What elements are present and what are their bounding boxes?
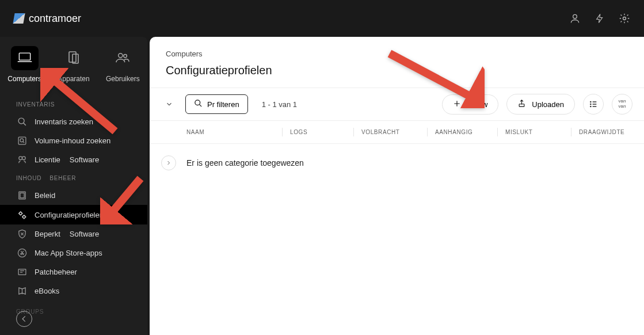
- svg-rect-2: [19, 53, 30, 60]
- result-range: 1 - 1 van 1: [262, 100, 297, 109]
- empty-category-text: Er is geen categorie toegewezen: [186, 158, 304, 168]
- svg-point-7: [18, 118, 24, 124]
- main: Computers Configuratieprofielen Pr filte…: [150, 37, 644, 335]
- gears-icon: [16, 210, 28, 220]
- device-icon: [67, 51, 81, 66]
- main-header: Computers Configuratieprofielen: [150, 37, 644, 87]
- nav-inventaris-zoeken[interactable]: Inventaris zoeken: [0, 112, 147, 131]
- nav-configuratieprofielen[interactable]: Configuratieprofielen: [0, 205, 147, 224]
- collapse-toggle[interactable]: [161, 96, 177, 112]
- svg-point-15: [23, 216, 26, 219]
- nav-beperkt-software[interactable]: Beperkt Software: [0, 224, 147, 243]
- siderail: Computers Apparaten Gebruikers: [0, 37, 147, 96]
- nav-licentie-software[interactable]: Licentie Software: [0, 150, 147, 169]
- gear-icon[interactable]: [619, 13, 630, 24]
- svg-point-5: [119, 53, 123, 57]
- svg-rect-19: [519, 104, 524, 106]
- siderail-item-apparaten[interactable]: Apparaten: [49, 41, 98, 87]
- toolbar: Pr filteren 1 - 1 van 1 Nieuw Uploaden v: [150, 87, 644, 121]
- section-header-inhoud-beheer: INHOUD BEHEER: [0, 169, 147, 186]
- page-title: Configuratieprofielen: [166, 64, 628, 77]
- table-row: Er is geen categorie toegewezen: [150, 144, 644, 182]
- nieuw-button[interactable]: Nieuw: [442, 94, 498, 115]
- svg-point-0: [573, 14, 577, 18]
- table-header: NAAM LOGS VOLBRACHT AANHANGIG MISLUKT DR…: [150, 121, 644, 144]
- brand: contramoer: [14, 13, 81, 25]
- section-header-inventaris: INVENTARIS: [0, 96, 147, 112]
- svg-point-18: [195, 100, 200, 105]
- topbar-actions: [569, 13, 630, 24]
- svg-point-6: [124, 54, 127, 58]
- nav-mac-app-store[interactable]: Mac App Store-apps: [0, 243, 147, 262]
- upload-icon: [517, 99, 526, 109]
- siderail-item-computers[interactable]: Computers: [0, 41, 49, 87]
- users-icon: [115, 51, 130, 66]
- plus-icon: [453, 100, 461, 109]
- laptop-icon: [17, 51, 33, 66]
- patch-icon: [16, 267, 28, 277]
- svg-point-21: [590, 104, 591, 104]
- svg-rect-17: [18, 269, 26, 275]
- siderail-item-gebruikers[interactable]: Gebruikers: [98, 41, 147, 87]
- nav-patchbeheer[interactable]: Patchbeheer: [0, 262, 147, 281]
- shield-x-icon: [16, 229, 28, 239]
- svg-point-1: [623, 17, 626, 20]
- nav-ebooks[interactable]: eBooks: [0, 281, 147, 300]
- search-icon: [16, 117, 28, 127]
- brand-logo-icon: [13, 13, 25, 24]
- topbar: contramoer: [0, 0, 644, 37]
- svg-point-14: [20, 212, 22, 215]
- uploaden-label: Uploaden: [532, 100, 564, 109]
- list-view-button[interactable]: [583, 94, 604, 115]
- svg-point-22: [590, 106, 591, 106]
- search-icon: [194, 99, 203, 109]
- svg-point-20: [590, 101, 591, 102]
- nieuw-label: Nieuw: [467, 100, 487, 109]
- policies-icon: [16, 191, 28, 200]
- siderail-label: Gebruikers: [106, 75, 140, 83]
- sidebar: Computers Apparaten Gebruikers INVENTARI…: [0, 37, 147, 335]
- col-naam[interactable]: NAAM: [186, 129, 290, 135]
- svg-rect-13: [20, 193, 24, 198]
- license-icon: [16, 155, 28, 165]
- nav-volume-inhoud-zoeken[interactable]: Volume-inhoud zoeken: [0, 131, 147, 150]
- siderail-label: Apparaten: [58, 75, 89, 83]
- col-logs[interactable]: LOGS: [290, 129, 361, 135]
- filter-button[interactable]: Pr filteren: [185, 94, 248, 114]
- svg-rect-8: [18, 137, 26, 144]
- svg-point-9: [20, 139, 23, 142]
- user-icon[interactable]: [569, 13, 581, 24]
- volume-search-icon: [16, 136, 28, 146]
- app-store-icon: [16, 248, 28, 258]
- breadcrumb[interactable]: Computers: [166, 50, 628, 58]
- svg-point-10: [18, 157, 22, 160]
- filter-label: Pr filteren: [207, 100, 239, 109]
- brand-name: contramoer: [29, 13, 81, 25]
- uploaden-button[interactable]: Uploaden: [506, 94, 575, 115]
- svg-point-11: [22, 157, 25, 160]
- back-button[interactable]: [16, 311, 32, 327]
- col-aanhangig[interactable]: AANHANGIG: [435, 129, 505, 135]
- siderail-label: Computers: [7, 75, 41, 83]
- expand-row-button[interactable]: [161, 155, 176, 170]
- book-icon: [16, 286, 28, 296]
- nav-beleid[interactable]: Beleid: [0, 186, 147, 205]
- pagination-button[interactable]: van van: [612, 94, 632, 115]
- col-mislukt[interactable]: MISLUKT: [505, 129, 579, 135]
- col-volbracht[interactable]: VOLBRACHT: [361, 129, 435, 135]
- bolt-icon[interactable]: [595, 13, 605, 24]
- col-draagwijdte[interactable]: DRAAGWIJDTE: [579, 129, 632, 135]
